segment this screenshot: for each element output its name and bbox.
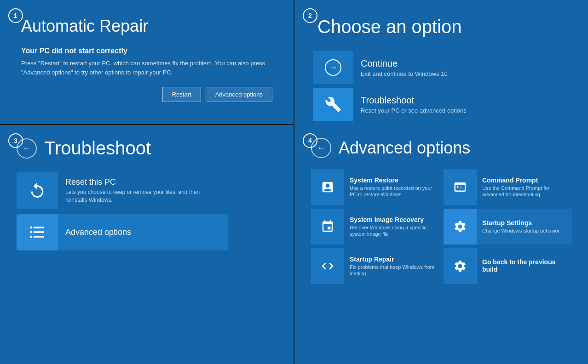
advanced-icon-box bbox=[17, 214, 58, 250]
restart-button[interactable]: Restart bbox=[162, 87, 201, 102]
command-prompt-icon bbox=[453, 180, 467, 194]
system-restore-title: System Restore bbox=[350, 176, 434, 184]
startup-repair-desc: Fix problems that keep Windows from load… bbox=[350, 264, 434, 277]
panel1-buttons: Restart Advanced options bbox=[17, 87, 277, 102]
startup-repair-icon bbox=[321, 259, 334, 273]
advanced-options-button-1[interactable]: Advanced options bbox=[206, 87, 272, 102]
system-image-desc: Recover Windows using a specific system … bbox=[350, 224, 434, 238]
panel1-title: Automatic Repair bbox=[21, 17, 277, 36]
advanced-options-text: Advanced options bbox=[58, 214, 228, 250]
system-image-title: System Image Recovery bbox=[350, 216, 434, 223]
checklist-icon bbox=[28, 223, 46, 241]
panel1-subtitle: Your PC did not start correctly bbox=[21, 47, 277, 55]
troubleshoot-icon-box bbox=[313, 88, 353, 121]
startup-repair-text: Startup Repair Fix problems that keep Wi… bbox=[344, 252, 440, 281]
reset-pc-icon-box bbox=[17, 172, 58, 209]
continue-subtitle: Exit and continue to Windows 10 bbox=[361, 70, 563, 77]
system-restore-desc: Use a restore point recorded on your PC … bbox=[350, 185, 434, 198]
command-prompt-icon-box bbox=[444, 169, 477, 205]
command-prompt-desc: Use the Command Prompt for advanced trou… bbox=[482, 185, 567, 198]
startup-settings-title: Startup Settings bbox=[482, 219, 567, 227]
go-back-icon bbox=[453, 259, 467, 273]
step-badge-3: 3 bbox=[8, 133, 23, 148]
continue-text: Continue Exit and continue to Windows 10 bbox=[353, 54, 571, 82]
adv-card-command-prompt[interactable]: Command Prompt Use the Command Prompt fo… bbox=[444, 169, 572, 205]
adv-card-go-back[interactable]: Go back to the previous build bbox=[444, 248, 572, 284]
panel3-title: Troubleshoot bbox=[44, 138, 151, 159]
troubleshoot-text: Troubleshoot Reset your PC or see advanc… bbox=[353, 91, 571, 119]
go-back-title: Go back to the previous build bbox=[482, 258, 567, 273]
command-prompt-title: Command Prompt bbox=[482, 176, 567, 184]
wrench-icon bbox=[325, 96, 341, 113]
panel4-header: ← Advanced options bbox=[311, 138, 572, 158]
startup-settings-icon bbox=[453, 220, 467, 233]
option-continue[interactable]: Continue Exit and continue to Windows 10 bbox=[313, 51, 571, 84]
system-restore-icon-box bbox=[311, 169, 344, 205]
panel2-title: Choose an option bbox=[317, 17, 571, 37]
advanced-options-grid: System Restore Use a restore point recor… bbox=[311, 169, 572, 284]
system-image-icon-box bbox=[311, 209, 344, 245]
panel3-header: ← Troubleshoot bbox=[17, 138, 277, 159]
system-restore-text: System Restore Use a restore point recor… bbox=[344, 173, 440, 202]
adv-card-system-restore[interactable]: System Restore Use a restore point recor… bbox=[311, 169, 440, 205]
system-image-icon bbox=[321, 220, 334, 233]
panel4-title: Advanced options bbox=[339, 138, 470, 158]
ts-card-advanced[interactable]: Advanced options bbox=[17, 214, 228, 250]
startup-repair-icon-box bbox=[311, 248, 344, 284]
continue-title: Continue bbox=[361, 58, 563, 69]
go-back-text: Go back to the previous build bbox=[477, 255, 572, 278]
continue-icon bbox=[313, 51, 353, 84]
system-restore-icon bbox=[321, 180, 334, 194]
startup-repair-title: Startup Repair bbox=[350, 256, 434, 263]
startup-settings-text: Startup Settings Change Windows startup … bbox=[477, 216, 572, 238]
advanced-options-title: Advanced options bbox=[65, 228, 221, 237]
adv-card-startup-repair[interactable]: Startup Repair Fix problems that keep Wi… bbox=[311, 248, 440, 284]
arrow-right-icon bbox=[325, 59, 341, 76]
adv-card-startup-settings[interactable]: Startup Settings Change Windows startup … bbox=[444, 209, 572, 245]
reset-icon bbox=[28, 182, 46, 200]
panel-automatic-repair: 1 Automatic Repair Your PC did not start… bbox=[0, 0, 294, 124]
option-troubleshoot[interactable]: Troubleshoot Reset your PC or see advanc… bbox=[313, 88, 571, 121]
system-image-text: System Image Recovery Recover Windows us… bbox=[344, 212, 440, 241]
reset-pc-desc: Lets you choose to keep or remove your f… bbox=[65, 188, 221, 204]
step-badge-4: 4 bbox=[303, 133, 317, 148]
reset-pc-title: Reset this PC bbox=[65, 177, 221, 187]
step-badge-1: 1 bbox=[8, 8, 23, 23]
panel-troubleshoot: 3 ← Troubleshoot Reset this PC Lets you … bbox=[0, 125, 294, 364]
adv-card-system-image[interactable]: System Image Recovery Recover Windows us… bbox=[311, 209, 440, 245]
troubleshoot-title: Troubleshoot bbox=[361, 95, 563, 106]
reset-pc-text: Reset this PC Lets you choose to keep or… bbox=[58, 172, 228, 209]
troubleshoot-subtitle: Reset your PC or see advanced options bbox=[361, 107, 563, 114]
go-back-icon-box bbox=[444, 248, 477, 284]
panel1-description: Press "Restart" to restart your PC, whic… bbox=[21, 59, 270, 77]
startup-settings-desc: Change Windows startup behavior bbox=[482, 228, 567, 234]
panel-advanced-options: 4 ← Advanced options System Restore Use … bbox=[294, 125, 588, 364]
step-badge-2: 2 bbox=[303, 8, 317, 23]
startup-settings-icon-box bbox=[444, 209, 477, 245]
command-prompt-text: Command Prompt Use the Command Prompt fo… bbox=[477, 173, 572, 202]
ts-card-reset[interactable]: Reset this PC Lets you choose to keep or… bbox=[17, 172, 228, 209]
